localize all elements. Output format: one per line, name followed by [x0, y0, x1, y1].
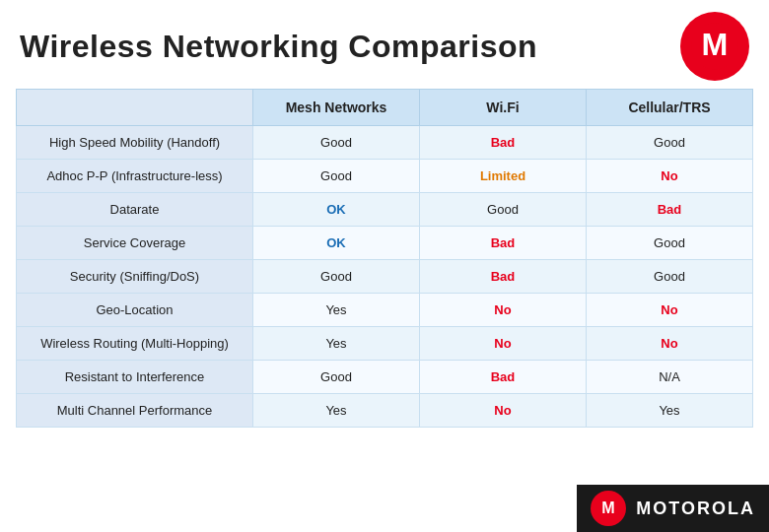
row-wifi-value: Bad — [420, 227, 587, 260]
row-wifi-value: Bad — [420, 361, 587, 394]
row-cellular-value: Good — [587, 260, 753, 294]
table-row: Geo-LocationYesNoNo — [17, 294, 753, 327]
table-row: Wireless Routing (Multi-Hopping)YesNoNo — [17, 327, 753, 361]
col-header-wifi: Wi.Fi — [420, 90, 587, 126]
row-wifi-value: No — [420, 327, 587, 361]
col-header-label — [17, 90, 253, 126]
row-wifi-value: Bad — [420, 260, 587, 294]
footer: M MOTOROLA — [577, 485, 769, 532]
table-row: Adhoc P-P (Infrastructure-less)GoodLimit… — [17, 160, 753, 193]
row-cellular-value: Bad — [587, 193, 753, 227]
row-label: Wireless Routing (Multi-Hopping) — [17, 327, 253, 361]
row-label: Adhoc P-P (Infrastructure-less) — [17, 160, 253, 193]
motorola-logo-footer: M — [591, 491, 626, 526]
row-mesh-value: Yes — [253, 327, 420, 361]
table-row: High Speed Mobility (Handoff)GoodBadGood — [17, 126, 753, 160]
row-wifi-value: Good — [420, 193, 587, 227]
row-cellular-value: N/A — [587, 361, 753, 394]
row-mesh-value: OK — [253, 227, 420, 260]
comparison-table: Mesh Networks Wi.Fi Cellular/TRS High Sp… — [16, 89, 753, 428]
row-cellular-value: No — [587, 327, 753, 361]
footer-brand-label: MOTOROLA — [636, 499, 755, 519]
row-cellular-value: Good — [587, 126, 753, 160]
row-label: High Speed Mobility (Handoff) — [17, 126, 253, 160]
col-header-mesh: Mesh Networks — [253, 90, 420, 126]
row-cellular-value: No — [587, 294, 753, 327]
col-header-cellular: Cellular/TRS — [587, 90, 753, 126]
table-row: Security (Sniffing/DoS)GoodBadGood — [17, 260, 753, 294]
row-cellular-value: Yes — [587, 394, 753, 428]
row-cellular-value: Good — [587, 227, 753, 260]
row-wifi-value: No — [420, 294, 587, 327]
motorola-logo-header: M — [680, 12, 749, 81]
table-row: Service CoverageOKBadGood — [17, 227, 753, 260]
table-row: DatarateOKGoodBad — [17, 193, 753, 227]
comparison-table-wrap: Mesh Networks Wi.Fi Cellular/TRS High Sp… — [0, 89, 769, 428]
row-mesh-value: Yes — [253, 394, 420, 428]
row-wifi-value: Bad — [420, 126, 587, 160]
table-header-row: Mesh Networks Wi.Fi Cellular/TRS — [17, 90, 753, 126]
row-label: Geo-Location — [17, 294, 253, 327]
row-mesh-value: OK — [253, 193, 420, 227]
row-label: Security (Sniffing/DoS) — [17, 260, 253, 294]
row-mesh-value: Good — [253, 126, 420, 160]
page-title: Wireless Networking Comparison — [20, 29, 537, 65]
row-mesh-value: Good — [253, 160, 420, 193]
row-label: Multi Channel Performance — [17, 394, 253, 428]
table-row: Resistant to InterferenceGoodBadN/A — [17, 361, 753, 394]
row-mesh-value: Good — [253, 260, 420, 294]
row-label: Datarate — [17, 193, 253, 227]
svg-text:M: M — [602, 499, 615, 516]
header: Wireless Networking Comparison M — [0, 0, 769, 89]
row-cellular-value: No — [587, 160, 753, 193]
row-wifi-value: No — [420, 394, 587, 428]
table-row: Multi Channel PerformanceYesNoYes — [17, 394, 753, 428]
row-mesh-value: Yes — [253, 294, 420, 327]
row-label: Resistant to Interference — [17, 361, 253, 394]
svg-text:M: M — [702, 27, 729, 62]
row-wifi-value: Limited — [420, 160, 587, 193]
row-label: Service Coverage — [17, 227, 253, 260]
row-mesh-value: Good — [253, 361, 420, 394]
